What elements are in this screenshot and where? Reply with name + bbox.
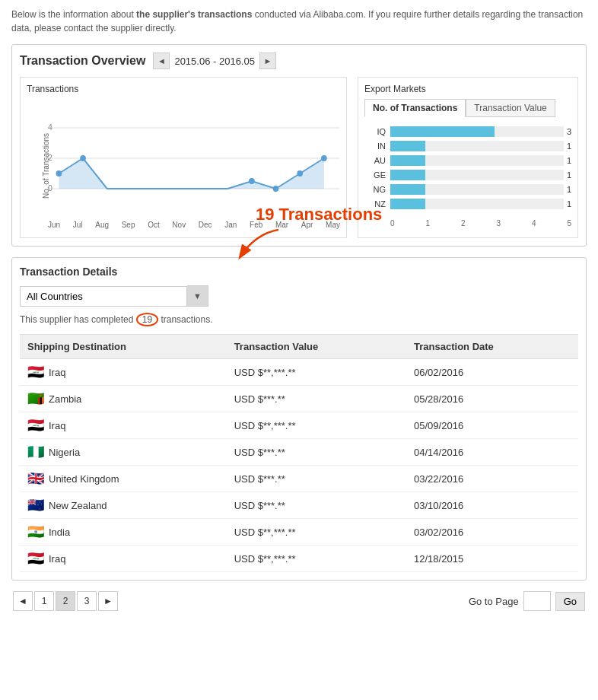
country-name: Zambia	[49, 393, 81, 405]
transaction-value-cell: USD $***.**	[227, 386, 406, 412]
country-cell: 🇮🇳 India	[20, 519, 227, 546]
chart-container: No. of Transactions 0 2 4	[27, 97, 340, 234]
country-cell: 🇳🇿 New Zealand	[20, 492, 227, 519]
svg-text:0: 0	[48, 183, 52, 192]
details-controls: All Countries ▼	[20, 285, 578, 307]
page-1-button[interactable]: 1	[34, 591, 54, 611]
export-markets-title: Export Markets	[364, 84, 571, 94]
bar-row: AU 1	[364, 155, 571, 166]
country-name: United Kingdom	[49, 473, 119, 485]
bar-value: 3	[567, 127, 571, 136]
bar-value: 1	[567, 156, 571, 165]
transaction-overview-box: Transaction Overview ◄ 2015.06 - 2016.05…	[11, 44, 587, 247]
details-title: Transaction Details	[20, 266, 578, 278]
intro-text: Below is the information about the suppl…	[11, 8, 587, 35]
flag-icon: 🇮🇶	[27, 365, 44, 379]
flag-icon: 🇮🇶	[27, 418, 44, 432]
transactions-chart-area: Transactions No. of Transactions 0 2	[20, 77, 347, 238]
pagination-buttons: ◄ 1 2 3 ►	[13, 591, 118, 611]
country-name: Iraq	[49, 420, 65, 431]
table-row: 🇮🇶 Iraq USD $**,***.** 06/02/2016	[20, 359, 578, 386]
country-name: India	[49, 527, 70, 538]
go-to-label: Go to Page	[469, 596, 519, 607]
pagination-row: ◄ 1 2 3 ► Go to Page Go	[11, 591, 587, 611]
tab-transaction-value[interactable]: Transaction Value	[466, 99, 555, 117]
transaction-value-cell: USD $**,***.**	[227, 546, 406, 572]
bar-track	[390, 155, 564, 166]
table-row: 🇳🇿 New Zealand USD $***.** 03/10/2016	[20, 492, 578, 519]
select-arrow-icon[interactable]: ▼	[187, 285, 208, 307]
bar-x-labels: 0 1 2 3 4 5	[364, 219, 571, 228]
bar-track	[390, 141, 564, 151]
export-tabs: No. of Transactions Transaction Value	[364, 99, 571, 117]
bar-track	[390, 184, 564, 195]
bar-value: 1	[567, 199, 571, 208]
country-cell: 🇬🇧 United Kingdom	[20, 466, 227, 492]
bar-label: GE	[364, 170, 386, 180]
transaction-date-cell: 12/18/2015	[406, 546, 578, 572]
chart-inner: 0 2 4	[48, 97, 340, 219]
col-transaction-value: Transaction Value	[227, 335, 406, 359]
prev-period-button[interactable]: ◄	[153, 52, 170, 69]
bar-chart-area: IQ 3 IN 1 AU 1 GE 1 NG	[364, 123, 571, 216]
country-select[interactable]: All Countries	[20, 286, 187, 307]
go-button[interactable]: Go	[555, 592, 585, 611]
bar-label: NZ	[364, 199, 386, 208]
transaction-date-cell: 06/02/2016	[406, 359, 578, 386]
prev-page-button[interactable]: ◄	[13, 591, 33, 611]
transaction-date-cell: 05/09/2016	[406, 412, 578, 439]
table-row: 🇮🇶 Iraq USD $**,***.** 05/09/2016	[20, 412, 578, 439]
export-markets-area: Export Markets No. of Transactions Trans…	[358, 77, 578, 238]
transaction-date-cell: 03/10/2016	[406, 492, 578, 519]
tab-no-of-transactions[interactable]: No. of Transactions	[364, 99, 466, 117]
svg-text:4: 4	[48, 123, 52, 132]
country-name: Iraq	[49, 553, 65, 565]
bar-label: AU	[364, 156, 386, 165]
overview-header: Transaction Overview ◄ 2015.06 - 2016.05…	[20, 52, 578, 69]
page-number-input[interactable]	[523, 591, 551, 611]
transaction-value-cell: USD $***.**	[227, 492, 406, 519]
bar-fill	[390, 184, 425, 195]
transaction-details-box: Transaction Details 19 Transactions All …	[11, 257, 587, 581]
table-row: 🇳🇬 Nigeria USD $***.** 04/14/2016	[20, 439, 578, 466]
table-row: 🇿🇲 Zambia USD $***.** 05/28/2016	[20, 386, 578, 412]
table-header-row: Shipping Destination Transaction Value T…	[20, 335, 578, 359]
page-2-button[interactable]: 2	[56, 591, 75, 611]
transaction-date-cell: 04/14/2016	[406, 439, 578, 466]
transaction-value-cell: USD $***.**	[227, 439, 406, 466]
country-cell: 🇮🇶 Iraq	[20, 359, 227, 386]
table-row: 🇮🇶 Iraq USD $**,***.** 12/18/2015	[20, 546, 578, 572]
transactions-table: Shipping Destination Transaction Value T…	[20, 334, 578, 572]
completed-text: This supplier has completed 19 transacti…	[20, 313, 578, 326]
x-labels: Jun Jul Aug Sep Oct Nov Dec Jan Feb Mar …	[48, 221, 340, 229]
country-name: New Zealand	[49, 500, 107, 511]
country-select-wrapper: All Countries ▼	[20, 285, 578, 307]
flag-icon: 🇮🇶	[27, 552, 44, 565]
bar-value: 1	[567, 185, 571, 194]
col-shipping-destination: Shipping Destination	[20, 335, 227, 359]
next-period-button[interactable]: ►	[259, 52, 276, 69]
charts-row: Transactions No. of Transactions 0 2	[20, 77, 578, 238]
bar-track	[390, 126, 564, 137]
page-3-button[interactable]: 3	[77, 591, 97, 611]
transaction-date-cell: 03/02/2016	[406, 519, 578, 546]
flag-icon: 🇮🇳	[27, 525, 44, 539]
flag-icon: 🇬🇧	[27, 472, 44, 485]
country-cell: 🇿🇲 Zambia	[20, 386, 227, 412]
transaction-value-cell: USD $**,***.**	[227, 519, 406, 546]
bar-track	[390, 199, 564, 209]
date-range: 2015.06 - 2016.05	[174, 56, 255, 67]
next-page-button[interactable]: ►	[98, 591, 118, 611]
transaction-value-cell: USD $**,***.**	[227, 412, 406, 439]
details-header-row: Transaction Details 19 Transactions	[20, 266, 578, 278]
bar-label: NG	[364, 185, 386, 194]
bar-fill	[390, 141, 425, 151]
flag-icon: 🇿🇲	[27, 392, 44, 406]
country-cell: 🇳🇬 Nigeria	[20, 439, 227, 466]
country-cell: 🇮🇶 Iraq	[20, 412, 227, 439]
svg-marker-12	[59, 158, 323, 189]
flag-icon: 🇳🇬	[27, 445, 44, 459]
transactions-label: Transactions	[27, 84, 340, 94]
bar-value: 1	[567, 142, 571, 151]
bar-fill	[390, 170, 425, 180]
